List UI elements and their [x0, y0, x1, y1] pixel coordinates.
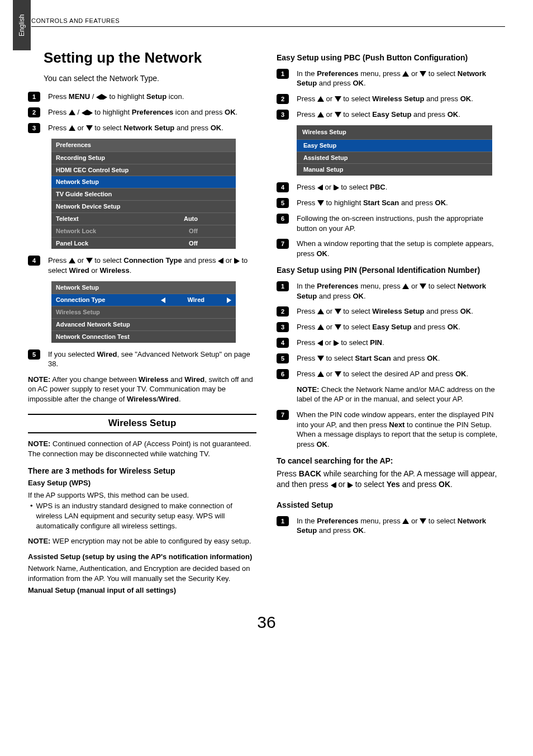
triangle-up-icon — [317, 324, 324, 330]
step-number-icon: 4 — [277, 338, 289, 348]
menu-item: Advanced Network Setup — [51, 318, 236, 330]
menu-title: Network Setup — [51, 281, 236, 294]
pin-step-1: 1 In the Preferences menu, press or to s… — [277, 281, 505, 301]
pin-step-3: 3 Press or to select Easy Setup and pres… — [277, 322, 505, 332]
triangle-down-icon — [335, 324, 341, 330]
step-number-icon: 6 — [277, 214, 289, 224]
note-text: NOTE: After you change between Wireless … — [28, 375, 256, 404]
triangle-left-icon — [317, 340, 323, 346]
note-text: NOTE: WEP encryption may not be able to … — [28, 536, 256, 546]
language-tab: English — [13, 0, 31, 50]
step-number-icon: 5 — [28, 349, 40, 360]
network-setup-menu: Network Setup Connection TypeWiredWirele… — [51, 281, 236, 343]
body-text: Network Name, Authentication, and Encryp… — [28, 564, 256, 583]
triangle-down-icon — [317, 356, 324, 361]
step-4: 4 Press or to select Connection Type and… — [28, 256, 256, 275]
left-column: Setting up the Network You can select th… — [28, 37, 256, 598]
manual-setup-heading: Manual Setup (manual input of all settin… — [28, 585, 256, 596]
triangle-down-icon — [420, 518, 426, 524]
triangle-left-icon — [331, 482, 336, 488]
pbc-step-3: 3 Press or to select Easy Setup and pres… — [277, 110, 505, 120]
pbc-step-7: 7 When a window reporting that the setup… — [277, 239, 505, 258]
menu-item: Panel LockOff — [51, 237, 236, 249]
assisted-setup-heading: Assisted Setup (setup by using the AP's … — [28, 552, 256, 562]
triangle-right-icon — [102, 94, 107, 100]
step-2: 2 Press / to highlight Preferences icon … — [28, 107, 256, 117]
triangle-up-icon — [317, 112, 324, 117]
menu-title: Preferences — [51, 139, 236, 152]
triangle-up-icon — [317, 309, 324, 314]
triangle-down-icon — [335, 96, 341, 102]
triangle-right-icon — [87, 110, 93, 115]
step-number-icon: 2 — [277, 94, 289, 104]
step-number-icon: 4 — [277, 182, 289, 192]
step-number-icon: 5 — [277, 353, 289, 363]
pbc-step-6: 6 Following the on-screen instructions, … — [277, 214, 505, 233]
menu-title: Wireless Setup — [297, 125, 492, 139]
triangle-left-icon — [218, 258, 223, 263]
triangle-up-icon — [69, 258, 75, 263]
pbc-step-1: 1 In the Preferences menu, press or to s… — [277, 69, 505, 88]
step-number-icon: 1 — [28, 92, 40, 102]
menu-item: Network LockOff — [51, 225, 236, 237]
step-5: 5 If you selected Wired, see "Advanced N… — [28, 349, 256, 369]
pin-step-5: 5 Press to select Start Scan and press O… — [277, 353, 505, 363]
menu-item: TeletextAuto — [51, 212, 236, 225]
menu-item: Network Device Setup — [51, 200, 236, 212]
menu-item: Network Connection Test — [51, 330, 236, 343]
step-number-icon: 3 — [277, 110, 289, 120]
menu-item: HDMI CEC Control Setup — [51, 164, 236, 176]
step-number-icon: 2 — [28, 107, 40, 117]
triangle-up-icon — [69, 110, 75, 115]
triangle-right-icon — [334, 185, 339, 190]
triangle-down-icon — [335, 309, 341, 314]
preferences-menu: Preferences Recording SetupHDMI CEC Cont… — [51, 139, 236, 249]
menu-item: Network Setup — [51, 176, 236, 188]
menu-item: Connection TypeWired — [51, 294, 236, 306]
triangle-right-icon — [348, 482, 353, 488]
section-header: CONTROLS AND FEATURES — [31, 17, 505, 27]
triangle-left-icon — [317, 185, 323, 190]
step-number-icon: 1 — [277, 516, 289, 526]
triangle-down-icon — [86, 258, 93, 263]
triangle-down-icon — [420, 71, 426, 77]
step-number-icon: 1 — [277, 281, 289, 291]
menu-item: Assisted Setup — [297, 152, 492, 164]
triangle-down-icon — [335, 371, 341, 377]
pin-step-7: 7 When the PIN code window appears, ente… — [277, 410, 505, 449]
pbc-step-4: 4 Press or to select PBC. — [277, 182, 505, 192]
methods-heading: There are 3 methods for Wireless Setup — [28, 466, 256, 476]
intro-text: You can select the Network Type. — [44, 73, 256, 84]
bullet-item: •WPS is an industry standard designed to… — [30, 501, 256, 531]
pbc-step-2: 2 Press or to select Wireless Setup and … — [277, 94, 505, 104]
triangle-up-icon — [317, 371, 324, 377]
step-number-icon: 1 — [277, 69, 289, 79]
pbc-step-5: 5 Press to highlight Start Scan and pres… — [277, 198, 505, 208]
page-number: 36 — [28, 611, 505, 634]
triangle-up-icon — [402, 518, 409, 524]
triangle-down-icon — [86, 125, 93, 131]
step-1: 1 Press MENU / to highlight Setup icon. — [28, 92, 256, 102]
pin-step-2: 2 Press or to select Wireless Setup and … — [277, 306, 505, 316]
triangle-down-icon — [317, 200, 324, 206]
right-column: Easy Setup using PBC (Push Button Config… — [277, 37, 505, 598]
easy-setup-wps-heading: Easy Setup (WPS) — [28, 478, 256, 488]
assisted-heading: Assisted Setup — [277, 500, 505, 511]
triangle-right-icon — [334, 340, 339, 346]
menu-item: Easy Setup — [297, 139, 492, 152]
pbc-heading: Easy Setup using PBC (Push Button Config… — [277, 53, 505, 63]
step-number-icon: 2 — [277, 306, 289, 316]
step-number-icon: 3 — [28, 123, 40, 133]
step-number-icon: 5 — [277, 198, 289, 208]
step-number-icon: 3 — [277, 322, 289, 332]
pin-heading: Easy Setup using PIN (Personal Identific… — [277, 265, 505, 276]
language-label: English — [17, 14, 26, 36]
wireless-setup-menu: Wireless Setup Easy SetupAssisted SetupM… — [297, 125, 492, 176]
triangle-up-icon — [402, 71, 409, 77]
note-text: NOTE: Continued connection of AP (Access… — [28, 439, 256, 459]
step-number-icon: 7 — [277, 239, 289, 249]
assisted-step-1: 1 In the Preferences menu, press or to s… — [277, 516, 505, 536]
menu-item: Manual Setup — [297, 163, 492, 176]
step-number-icon: 7 — [277, 410, 289, 420]
body-text: If the AP supports WPS, this method can … — [28, 490, 256, 500]
